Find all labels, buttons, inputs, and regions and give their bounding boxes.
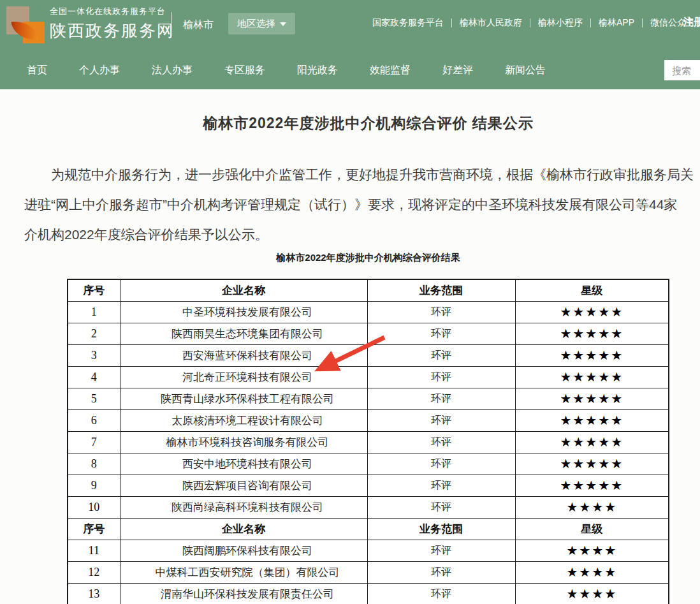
- header-divider: [171, 12, 171, 36]
- row-number-cell: 5: [68, 388, 120, 409]
- register-link[interactable]: 注册: [683, 16, 700, 29]
- company-name-cell: 榆林市环境科技咨询服务有限公司: [120, 431, 367, 453]
- top-link-1[interactable]: 国家政务服务平台: [365, 17, 451, 29]
- article: 榆林市2022年度涉批中介机构综合评价 结果公示 为规范中介服务行为，进一步强化…: [0, 112, 700, 604]
- row-number-cell: 4: [68, 366, 120, 388]
- table-row: 5陕西青山绿水环保科技工程有限公司环评★★★★★: [68, 388, 669, 409]
- company-name-cell: 渭南华山环保科技发展有限责任公司: [120, 583, 367, 604]
- table-header-row: 序号企业名称业务范围星级: [68, 518, 669, 540]
- company-name-cell: 西安海蓝环保科技有限公司: [120, 344, 367, 366]
- table-row: 11陕西阔鹏环保科技有限公司环评★★★★: [68, 540, 669, 561]
- business-scope-cell: 环评: [367, 366, 515, 388]
- column-header: 序号: [68, 518, 120, 540]
- nav-item-5[interactable]: 阳光政务: [281, 51, 354, 89]
- table-row: 3西安海蓝环保科技有限公司环评★★★★★: [68, 344, 669, 366]
- star-rating-cell: ★★★★★: [515, 344, 669, 366]
- star-rating-cell: ★★★★★: [515, 366, 669, 388]
- site-title: 陕西政务服务网: [50, 20, 175, 42]
- brand-text: 全国一体化在线政务服务平台 陕西政务服务网: [50, 6, 175, 42]
- table-row: 4河北奇正环境科技有限公司环评★★★★★: [68, 366, 669, 388]
- table-row: 6太原核清环境工程设计有限公司环评★★★★★: [68, 409, 669, 431]
- nav-item-7[interactable]: 好差评: [427, 51, 489, 89]
- table-row: 1中圣环境科技发展有限公司环评★★★★★: [68, 301, 669, 323]
- star-rating-cell: ★★★★: [515, 583, 669, 604]
- business-scope-cell: 环评: [367, 475, 515, 496]
- business-scope-cell: 环评: [367, 301, 515, 323]
- page-title: 榆林市2022年度涉批中介机构综合评价 结果公示: [0, 112, 700, 134]
- table-row: 7榆林市环境科技咨询服务有限公司环评★★★★★: [68, 431, 669, 453]
- search-input[interactable]: [664, 60, 700, 80]
- region-selector-button[interactable]: 地区选择: [228, 13, 295, 34]
- region-selector-label: 地区选择: [237, 18, 275, 29]
- article-paragraph: 为规范中介服务行为，进一步强化中介监管工作，更好地提升我市营商环境，根据《榆林市…: [0, 159, 700, 249]
- star-rating-cell: ★★★★★: [515, 475, 669, 496]
- current-city-link[interactable]: 榆林市: [183, 18, 214, 32]
- paragraph-line-2: 进驻“网上中介服务超市”中介机构考评管理规定（试行）》要求，现将评定的中圣环境科…: [24, 189, 700, 219]
- nav-item-8[interactable]: 新闻公告: [489, 51, 562, 89]
- row-number-cell: 2: [68, 323, 120, 344]
- company-name-cell: 中煤科工西安研究院（集团）有限公司: [120, 561, 367, 583]
- company-name-cell: 陕西宏辉项目咨询有限公司: [120, 475, 367, 496]
- business-scope-cell: 环评: [367, 409, 515, 431]
- nav-item-2[interactable]: 个人办事: [63, 51, 136, 89]
- paragraph-line-1: 为规范中介服务行为，进一步强化中介监管工作，更好地提升我市营商环境，根据《榆林市…: [24, 159, 700, 189]
- row-number-cell: 9: [68, 475, 120, 496]
- site-header: 全国一体化在线政务服务平台 陕西政务服务网 榆林市 地区选择 国家政务服务平台榆…: [0, 0, 700, 51]
- business-scope-cell: 环评: [367, 583, 515, 604]
- company-name-cell: 太原核清环境工程设计有限公司: [120, 409, 367, 431]
- table-row: 13渭南华山环保科技发展有限责任公司环评★★★★: [68, 583, 669, 604]
- table-row: 9陕西宏辉项目咨询有限公司环评★★★★★: [68, 475, 669, 496]
- table-row: 10陕西尚绿高科环境科技有限公司环评★★★★: [68, 496, 669, 518]
- company-name-cell: 中圣环境科技发展有限公司: [120, 301, 367, 323]
- row-number-cell: 8: [68, 453, 120, 475]
- business-scope-cell: 环评: [367, 431, 515, 453]
- company-name-cell: 西安中地环境科技有限公司: [120, 453, 367, 475]
- business-scope-cell: 环评: [367, 388, 515, 409]
- column-header: 企业名称: [120, 518, 367, 540]
- star-rating-cell: ★★★★: [515, 540, 669, 561]
- star-rating-cell: ★★★★★: [515, 409, 669, 431]
- nav-item-4[interactable]: 专区服务: [208, 51, 281, 89]
- evaluation-table-body: 序号企业名称业务范围星级1中圣环境科技发展有限公司环评★★★★★2陕西雨昊生态环…: [68, 279, 669, 604]
- top-link-3[interactable]: 榆林小程序: [530, 17, 590, 29]
- business-scope-cell: 环评: [367, 323, 515, 344]
- top-link-2[interactable]: 榆林市人民政府: [452, 17, 530, 29]
- row-number-cell: 3: [68, 344, 120, 366]
- business-scope-cell: 环评: [367, 344, 515, 366]
- row-number-cell: 10: [68, 496, 120, 518]
- business-scope-cell: 环评: [367, 561, 515, 583]
- nav-item-1[interactable]: 首页: [11, 51, 63, 89]
- star-rating-cell: ★★★★: [515, 496, 669, 518]
- column-header: 星级: [515, 279, 669, 301]
- column-header: 企业名称: [120, 279, 367, 301]
- column-header: 序号: [68, 279, 120, 301]
- star-rating-cell: ★★★★★: [515, 323, 669, 344]
- star-rating-cell: ★★★★★: [515, 301, 669, 323]
- top-links: 国家政务服务平台榆林市人民政府榆林小程序榆林APP微信公众号: [365, 17, 700, 29]
- column-header: 业务范围: [367, 279, 515, 301]
- star-rating-cell: ★★★★★: [515, 388, 669, 409]
- row-number-cell: 7: [68, 431, 120, 453]
- nav-item-6[interactable]: 效能监督: [354, 51, 427, 89]
- column-header: 星级: [515, 518, 669, 540]
- business-scope-cell: 环评: [367, 453, 515, 475]
- site-logo: [6, 5, 45, 43]
- company-name-cell: 陕西尚绿高科环境科技有限公司: [120, 496, 367, 518]
- table-row: 12中煤科工西安研究院（集团）有限公司环评★★★★: [68, 561, 669, 583]
- table-row: 2陕西雨昊生态环境集团有限公司环评★★★★★: [68, 323, 669, 344]
- main-nav: 首页个人办事法人办事专区服务阳光政务效能监督好差评新闻公告: [0, 51, 700, 89]
- star-rating-cell: ★★★★★: [515, 453, 669, 475]
- evaluation-table: 序号企业名称业务范围星级1中圣环境科技发展有限公司环评★★★★★2陕西雨昊生态环…: [67, 279, 669, 604]
- row-number-cell: 12: [68, 561, 120, 583]
- table-row: 8西安中地环境科技有限公司环评★★★★★: [68, 453, 669, 475]
- chevron-down-icon: [280, 22, 286, 26]
- nav-items: 首页个人办事法人办事专区服务阳光政务效能监督好差评新闻公告: [0, 51, 700, 89]
- paragraph-line-3: 介机构2022年度综合评价结果予以公示。: [24, 219, 700, 249]
- nav-item-3[interactable]: 法人办事: [136, 51, 208, 89]
- company-name-cell: 陕西阔鹏环保科技有限公司: [120, 540, 367, 561]
- business-scope-cell: 环评: [367, 540, 515, 561]
- business-scope-cell: 环评: [367, 496, 515, 518]
- column-header: 业务范围: [367, 518, 515, 540]
- top-link-4[interactable]: 榆林APP: [591, 17, 642, 29]
- star-rating-cell: ★★★★★: [515, 431, 669, 453]
